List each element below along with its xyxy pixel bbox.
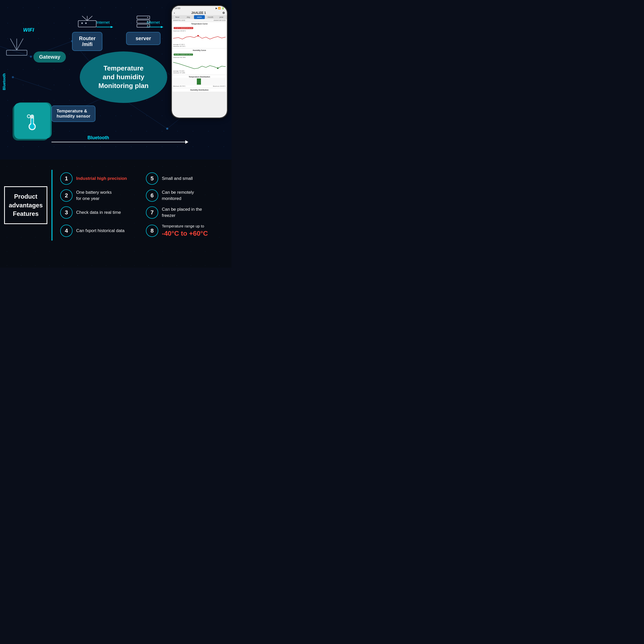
humidity-avg-label: average 70.41%: [173, 70, 184, 72]
center-oval: Temperature and humidity Monitoring plan: [80, 51, 167, 103]
tab-week[interactable]: week: [194, 15, 205, 19]
features-grid: 1 Industrial high precision 5 Small and …: [52, 167, 232, 243]
humidity-max-label: maximum 82.78%: [173, 57, 186, 58]
humidity-tooltip: 59.85% 2020/07/26 18:17: [174, 54, 193, 56]
feature-text-8-line1: Temperature range up to: [162, 223, 208, 229]
wifi-device-icon: [5, 36, 28, 59]
svg-point-28: [81, 22, 83, 24]
svg-point-29: [85, 22, 87, 24]
svg-rect-18: [6, 50, 27, 55]
svg-point-36: [147, 21, 148, 22]
tab-hour[interactable]: hour: [172, 15, 183, 19]
phone-status-bar: 13:53 ▶ 📶 🔋: [172, 6, 227, 11]
phone-time: 13:53: [174, 7, 180, 10]
temp-dist-title: Temperature Distribution: [173, 76, 226, 78]
feature-text-4: Can fxport historical data: [76, 228, 125, 234]
router-label: Router /mifi: [72, 32, 102, 51]
svg-marker-23: [111, 26, 113, 28]
svg-point-15: [12, 76, 14, 78]
date-start: 2020/07/21 13:52: [173, 20, 185, 21]
svg-point-41: [30, 124, 35, 129]
bluetooth-label-left: Bluetooth: [2, 73, 6, 90]
svg-point-44: [217, 67, 218, 69]
temp-dist-max: Maximum 29.93°C: [213, 85, 226, 87]
humidity-chart-area: Humidity Curve 59.85% 2020/07/26 18:17 m…: [172, 49, 226, 75]
sensor-label: Temperature & humidity sensor: [51, 105, 95, 122]
bottom-inner: Product advantages Features 1 Industrial…: [0, 167, 232, 243]
feature-text-3: Check data in real time: [76, 209, 121, 216]
bluetooth-bottom-label: Bluetooth: [87, 135, 109, 140]
sensor-device: [14, 103, 50, 139]
temp-avg-label: average 27.35°C: [173, 44, 185, 45]
tab-day[interactable]: day: [183, 15, 194, 19]
svg-point-10: [30, 56, 32, 58]
svg-rect-24: [78, 21, 96, 27]
temp-tooltip: 27.02°C 2020/07/24 01:57: [174, 27, 193, 29]
thermometer-icon: [23, 111, 41, 131]
back-icon[interactable]: ‹: [174, 11, 175, 14]
feature-item-5: 5 Small and small: [146, 172, 224, 185]
temp-dist-min: Minimum 25.79°C: [173, 85, 186, 87]
bluetooth-arrow: [51, 140, 188, 144]
server-box: server: [126, 15, 161, 45]
feature-item-1: 1 Industrial high precision: [60, 172, 138, 185]
temp-min-label: minimum 25.79°C: [173, 46, 186, 47]
server-label: server: [126, 32, 161, 45]
phone-mockup: 13:53 ▶ 📶 🔋 ‹ JAALEE 1 ⚙ hour day week m…: [171, 5, 228, 118]
temp-mini-chart: [173, 32, 226, 43]
settings-icon[interactable]: ⚙: [222, 11, 225, 15]
bottom-section: Product advantages Features 1 Industrial…: [0, 160, 232, 268]
feature-item-2: 2 One battery works for one year: [60, 189, 138, 202]
feature-number-7: 7: [146, 206, 158, 219]
temp-curve-title: Temperature Curve: [173, 23, 226, 25]
humidity-mini-chart: [173, 58, 226, 70]
date-end: 2020/07/28 13:52: [214, 20, 226, 21]
svg-marker-31: [161, 26, 163, 28]
feature-item-4: 4 Can fxport historical data: [60, 223, 138, 238]
phone-app-title: JAALEE 1: [191, 11, 206, 15]
svg-line-27: [87, 16, 92, 21]
svg-point-37: [147, 25, 148, 26]
svg-line-25: [82, 16, 87, 21]
feature-text-1: Industrial high precision: [76, 175, 127, 182]
feature-number-2: 2: [60, 189, 73, 202]
feature-text-6: Can be remotely monitored: [162, 189, 194, 202]
feature-text-7: Can be placed in the freezer: [162, 206, 202, 219]
feature-text-5: Small and small: [162, 175, 193, 182]
router-box: Router /mifi: [72, 15, 102, 51]
svg-point-35: [147, 17, 148, 18]
svg-point-43: [197, 35, 199, 37]
svg-line-19: [10, 39, 17, 50]
tab-month[interactable]: month: [205, 15, 216, 19]
phone-screen: 13:53 ▶ 📶 🔋 ‹ JAALEE 1 ⚙ hour day week m…: [172, 6, 227, 118]
gateway-bubble: Gateway: [33, 51, 66, 63]
humidity-min-label: minimum 47.16%: [173, 72, 185, 74]
feature-text-8-line2: -40°C to +60°C: [162, 229, 208, 238]
phone-tabs: hour day week month year: [172, 15, 227, 19]
svg-line-21: [17, 39, 23, 50]
svg-point-16: [166, 128, 168, 130]
feature-number-6: 6: [146, 189, 158, 202]
router-icon: [77, 15, 98, 28]
feature-item-6: 6 Can be remotely monitored: [146, 189, 224, 202]
feature-text-2: One battery works for one year: [76, 189, 112, 202]
product-title-col: Product advantages Features: [0, 167, 51, 243]
temp-chart-area: Temperature Curve 27.02°C 2020/07/24 01:…: [172, 22, 226, 48]
humidity-curve-title: Humidity Curve: [173, 49, 226, 51]
wifi-device: [5, 36, 28, 60]
feature-item-8: 8 Temperature range up to -40°C to +60°C: [146, 223, 224, 238]
feature-number-3: 3: [60, 206, 73, 219]
svg-line-7: [13, 77, 51, 90]
humidity-dist-area: Humidity Distribution: [172, 88, 226, 92]
temp-max-label: maximum 29.93°C: [173, 30, 186, 32]
phone-signal: ▶ 📶 🔋: [216, 7, 224, 10]
feature-number-8: 8: [146, 225, 158, 237]
temp-chart-svg: [173, 32, 226, 43]
wifi-label: WIFI: [23, 27, 34, 33]
product-title-box: Product advantages Features: [4, 186, 47, 224]
tab-year[interactable]: year: [216, 15, 227, 19]
svg-point-42: [27, 115, 30, 118]
feature-number-1: 1: [60, 172, 73, 185]
monitoring-plan-title: Temperature and humidity Monitoring plan: [99, 64, 149, 90]
humidity-dist-title: Humidity Distribution: [173, 89, 226, 91]
